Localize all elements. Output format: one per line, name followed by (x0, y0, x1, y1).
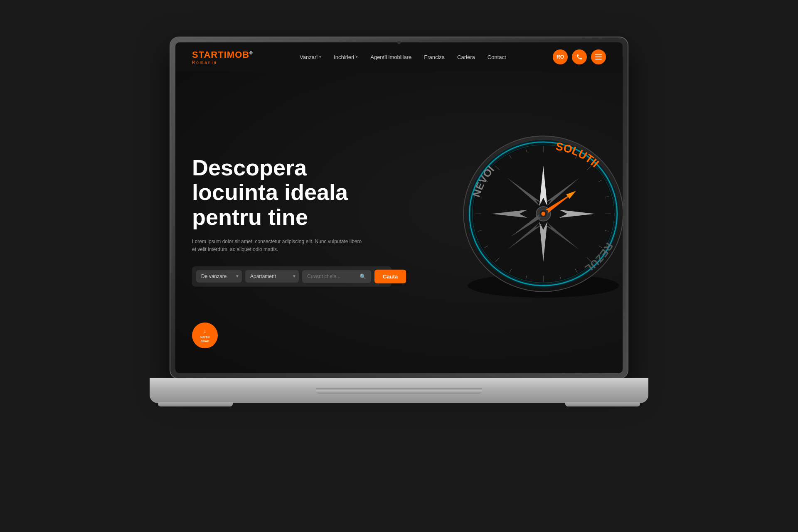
language-button[interactable]: RO (553, 49, 568, 64)
nav-item-vanzari[interactable]: Vanzari ▾ (300, 54, 321, 60)
nav-item-franciza[interactable]: Franciza (424, 54, 445, 60)
nav-links: Vanzari ▾ Inchirieri ▾ Agentii imobiliar… (300, 54, 506, 60)
chevron-down-icon: ▾ (319, 55, 321, 59)
svg-rect-1 (595, 57, 602, 57)
logo-imob: IMOB (224, 49, 249, 60)
nav-item-agentii[interactable]: Agentii imobiliare (370, 54, 411, 60)
laptop-body (150, 378, 648, 403)
logo-text: STARTIMOB® (192, 49, 253, 60)
property-category-select[interactable]: Apartament Casa Teren Spatiu comercial (245, 270, 299, 283)
laptop-foot-right (565, 402, 640, 406)
compass-image: NEVOI SOLUTII (436, 118, 623, 318)
keyword-input-wrap: 🔍 (302, 270, 371, 283)
nav-item-contact[interactable]: Contact (488, 54, 506, 60)
nav-item-cariera[interactable]: Cariera (457, 54, 475, 60)
hero-section: NEVOI SOLUTII (175, 42, 623, 373)
hamburger-icon (595, 54, 602, 60)
logo-subtitle: Romania (192, 60, 253, 65)
search-bar: De vanzare De inchiriat Apartament Casa … (192, 266, 392, 286)
keyword-input[interactable] (307, 273, 357, 279)
svg-point-46 (541, 212, 545, 216)
laptop-screen-outer: STARTIMOB® Romania Vanzari ▾ Inchirieri … (170, 37, 628, 378)
navbar: STARTIMOB® Romania Vanzari ▾ Inchirieri … (175, 42, 623, 71)
website: STARTIMOB® Romania Vanzari ▾ Inchirieri … (175, 42, 623, 373)
laptop-frame: STARTIMOB® Romania Vanzari ▾ Inchirieri … (150, 37, 648, 495)
arrow-down-icon: ↓ (204, 328, 207, 334)
phone-button[interactable] (572, 49, 587, 64)
svg-rect-0 (595, 54, 602, 55)
phone-icon (576, 54, 583, 60)
hero-title: Descopera locuinta ideala pentru tine (192, 155, 392, 229)
laptop-screen: STARTIMOB® Romania Vanzari ▾ Inchirieri … (175, 42, 623, 373)
svg-rect-2 (595, 59, 602, 59)
menu-button[interactable] (591, 49, 606, 64)
laptop-foot-left (158, 402, 233, 406)
hero-description: Lorem ipsum dolor sit amet, consectetur … (192, 238, 367, 254)
hero-content: Descopera locuinta ideala pentru tine Lo… (192, 155, 392, 287)
laptop-hinge (316, 388, 482, 394)
search-icon: 🔍 (360, 273, 366, 279)
laptop-camera (397, 41, 401, 44)
scroll-down-label: Scrolldown (200, 335, 209, 343)
scroll-down-button[interactable]: ↓ Scrolldown (192, 323, 218, 348)
property-category-wrapper: Apartament Casa Teren Spatiu comercial (245, 270, 299, 283)
nav-actions: RO (553, 49, 606, 64)
chevron-down-icon: ▾ (356, 55, 358, 59)
nav-item-inchirieri[interactable]: Inchirieri ▾ (334, 54, 358, 60)
logo[interactable]: STARTIMOB® Romania (192, 49, 253, 65)
logo-start: START (192, 49, 224, 60)
property-type-wrapper: De vanzare De inchiriat (196, 270, 242, 283)
property-type-select[interactable]: De vanzare De inchiriat (196, 270, 242, 283)
search-button[interactable]: Cauta (374, 269, 406, 283)
logo-registered: ® (249, 50, 253, 55)
